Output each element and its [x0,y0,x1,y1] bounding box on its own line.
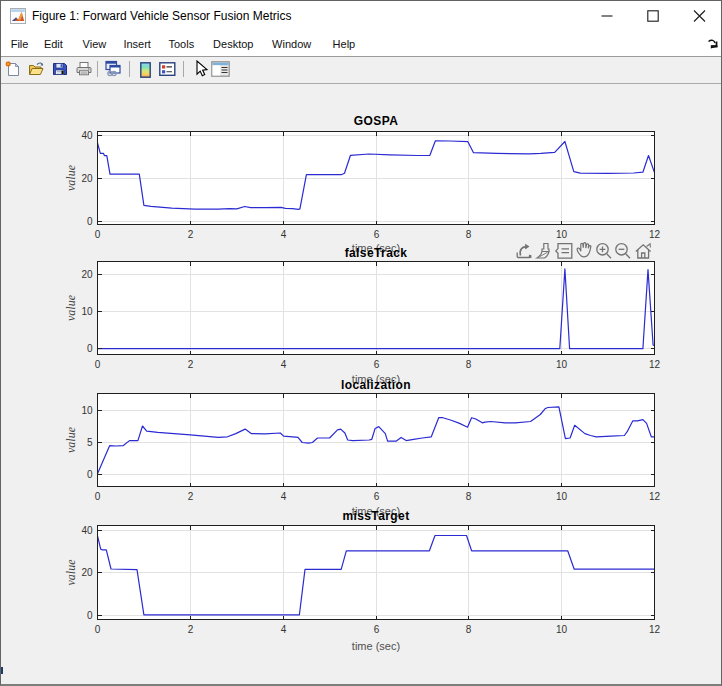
svg-text:12: 12 [649,359,661,370]
svg-text:value: value [64,164,78,191]
svg-text:falseTrack: falseTrack [345,246,408,260]
svg-text:localization: localization [341,378,411,392]
svg-text:10: 10 [556,229,568,240]
svg-text:2: 2 [188,491,194,502]
svg-text:6: 6 [374,491,380,502]
svg-text:20: 20 [81,269,93,280]
svg-text:40: 40 [81,130,93,141]
svg-text:20: 20 [81,173,93,184]
svg-text:0: 0 [87,469,93,480]
svg-text:0: 0 [87,216,93,227]
svg-text:0: 0 [95,359,101,370]
svg-text:8: 8 [466,491,472,502]
svg-text:value: value [64,294,78,321]
svg-text:5: 5 [87,437,93,448]
svg-text:0: 0 [95,624,101,635]
svg-text:10: 10 [556,359,568,370]
svg-text:2: 2 [188,229,194,240]
svg-text:8: 8 [466,229,472,240]
svg-text:12: 12 [649,491,661,502]
svg-text:time (sec): time (sec) [352,640,400,652]
svg-text:10: 10 [81,405,93,416]
svg-text:0: 0 [87,610,93,621]
svg-text:4: 4 [281,624,287,635]
svg-text:value: value [64,559,78,586]
svg-text:4: 4 [281,229,287,240]
svg-text:6: 6 [374,229,380,240]
svg-text:12: 12 [649,624,661,635]
svg-text:GOSPA: GOSPA [354,114,398,128]
svg-text:missTarget: missTarget [342,509,409,523]
svg-text:0: 0 [95,491,101,502]
svg-text:6: 6 [374,624,380,635]
svg-text:12: 12 [649,229,661,240]
svg-text:10: 10 [81,306,93,317]
svg-text:4: 4 [281,359,287,370]
svg-text:40: 40 [81,525,93,536]
svg-text:8: 8 [466,359,472,370]
svg-text:8: 8 [466,624,472,635]
svg-text:0: 0 [95,229,101,240]
svg-text:2: 2 [188,359,194,370]
svg-text:value: value [64,426,78,453]
svg-text:6: 6 [374,359,380,370]
svg-text:20: 20 [81,567,93,578]
svg-text:0: 0 [87,343,93,354]
svg-text:10: 10 [556,624,568,635]
svg-text:10: 10 [556,491,568,502]
svg-text:2: 2 [188,624,194,635]
svg-text:4: 4 [281,491,287,502]
